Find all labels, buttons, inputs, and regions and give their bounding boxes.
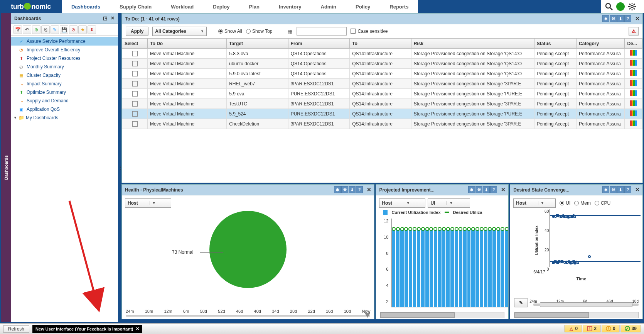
refresh-button[interactable]: Refresh <box>3 325 29 333</box>
col-to[interactable]: To <box>350 39 411 49</box>
row-checkbox[interactable] <box>132 61 138 66</box>
settings-gear-icon[interactable] <box>628 2 636 11</box>
desired-host-select[interactable]: Host▼ <box>513 198 556 208</box>
status-badge[interactable]: ✓39 <box>620 325 641 332</box>
toolbar-add-button[interactable]: ⊕ <box>32 25 40 34</box>
projected-ui-select[interactable]: UI▼ <box>428 198 470 208</box>
panel-close-icon[interactable]: ✕ <box>634 15 641 22</box>
row-checkbox[interactable] <box>132 51 138 56</box>
nav-tab-supply-chain[interactable]: Supply Chain <box>110 0 161 13</box>
feedback-banner[interactable]: New User Interface (Your Feedback is Imp… <box>32 325 142 333</box>
table-row[interactable]: Move Virtual Machine5.9_524PURE:ESXDC12D… <box>122 109 642 119</box>
details-icon[interactable] <box>630 120 637 126</box>
nav-tab-plan[interactable]: Plan <box>239 0 269 13</box>
desired-hscroll[interactable] <box>514 312 639 318</box>
col-de-[interactable]: De... <box>625 39 642 49</box>
col-status[interactable]: Status <box>534 39 576 49</box>
panel-help-icon[interactable]: ? <box>490 186 497 193</box>
toolbar-favorite-button[interactable]: ★ <box>78 25 87 34</box>
panel-close-icon[interactable]: ✕ <box>366 186 373 193</box>
search-icon[interactable] <box>605 2 613 11</box>
panel-help-icon[interactable]: ? <box>356 186 363 193</box>
panel-download-icon[interactable]: ⬇ <box>617 15 624 22</box>
desired-mem-radio[interactable]: Mem <box>574 200 591 206</box>
projected-host-select[interactable]: Host▼ <box>379 198 425 208</box>
show-top-radio[interactable]: Show Top <box>246 29 272 34</box>
categories-select[interactable]: All Categories▼ <box>152 27 207 36</box>
status-badge[interactable]: !0 <box>602 325 620 332</box>
details-icon[interactable] <box>630 80 637 86</box>
health-host-select[interactable]: Host▼ <box>125 198 171 208</box>
sidebar-item-application-qos[interactable]: ▣Application QoS <box>11 105 118 114</box>
row-checkbox[interactable] <box>132 121 138 127</box>
filter-input[interactable] <box>297 27 347 36</box>
nav-tab-workload[interactable]: Workload <box>161 0 203 13</box>
case-sensitive-checkbox[interactable]: Case sensitive <box>351 29 388 34</box>
status-indicator-icon[interactable] <box>616 2 625 11</box>
nav-tab-policy[interactable]: Policy <box>346 0 380 13</box>
details-icon[interactable] <box>630 70 637 76</box>
sidebar-detach-icon[interactable]: ◳ <box>102 15 108 21</box>
banner-close-icon[interactable]: ✕ <box>136 326 139 331</box>
left-edge-tab[interactable]: Dashboards <box>1 13 11 322</box>
warning-button[interactable]: ⚠ <box>629 27 639 36</box>
nav-tab-dashboards[interactable]: Dashboards <box>62 0 110 13</box>
apply-button[interactable]: Apply <box>126 27 148 36</box>
details-icon[interactable] <box>630 110 637 116</box>
row-checkbox[interactable] <box>132 71 138 76</box>
panel-help-icon[interactable]: ? <box>624 186 631 193</box>
sidebar-item-supply-and-demand[interactable]: ⬎Supply and Demand <box>11 97 118 105</box>
sidebar-folder-my-dashboards[interactable]: ▼📁My Dashboards <box>11 114 118 122</box>
panel-help-icon[interactable]: ? <box>624 15 631 22</box>
sidebar-close-icon[interactable]: ✕ <box>110 15 116 21</box>
date-picker-icon[interactable]: ▦ <box>288 28 293 34</box>
col-to-do[interactable]: To Do <box>148 39 227 49</box>
table-row[interactable]: Move Virtual MachineCheckDeletion3PAR:ES… <box>122 119 642 129</box>
desired-cpu-radio[interactable]: CPU <box>595 200 610 206</box>
desired-edit-button[interactable]: ✎ <box>514 298 528 307</box>
table-row[interactable]: Move Virtual Machineubuntu dockerQS14:Op… <box>122 59 642 69</box>
toolbar-save-button[interactable]: 💾 <box>60 25 68 34</box>
details-icon[interactable] <box>630 50 637 56</box>
col-select[interactable]: Select <box>122 39 148 49</box>
panel-gear-icon[interactable]: ✱ <box>468 186 475 193</box>
nav-tab-reports[interactable]: Reports <box>380 0 418 13</box>
panel-wrench-icon[interactable]: ⚒ <box>475 186 482 193</box>
panel-wrench-icon[interactable]: ⚒ <box>610 15 617 22</box>
panel-gear-icon[interactable]: ✱ <box>602 15 609 22</box>
timeline-thumb[interactable] <box>365 313 370 318</box>
col-target[interactable]: Target <box>227 39 288 49</box>
table-row[interactable]: Move Virtual Machine5.8.3 ovaQS14:Operat… <box>122 49 642 59</box>
panel-gear-icon[interactable]: ✱ <box>602 186 609 193</box>
row-checkbox[interactable] <box>132 91 138 97</box>
details-icon[interactable] <box>630 60 637 66</box>
panel-download-icon[interactable]: ⬇ <box>617 186 624 193</box>
status-badge[interactable]: △0 <box>564 325 582 332</box>
status-badge[interactable]: !2 <box>583 325 601 332</box>
sidebar-item-impact-summary[interactable]: ⬎Impact Summary <box>11 80 118 88</box>
panel-download-icon[interactable]: ⬇ <box>483 186 490 193</box>
nav-tab-deploy[interactable]: Deploy <box>203 0 239 13</box>
panel-download-icon[interactable]: ⬇ <box>349 186 356 193</box>
sidebar-item-cluster-capacity[interactable]: ▦Cluster Capacity <box>11 71 118 80</box>
col-from[interactable]: From <box>288 39 350 49</box>
table-row[interactable]: Move Virtual Machine5.9 ovaPURE:ESXDC12D… <box>122 89 642 99</box>
details-icon[interactable] <box>630 90 637 96</box>
col-risk[interactable]: Risk <box>411 39 534 49</box>
sidebar-item-assure-service-performance[interactable]: ✓Assure Service Performance <box>11 37 118 46</box>
table-row[interactable]: Move Virtual Machine5.9.0 ova latestQS14… <box>122 69 642 79</box>
row-checkbox[interactable] <box>132 81 138 86</box>
panel-close-icon[interactable]: ✕ <box>634 186 641 193</box>
sidebar-item-monthly-summary[interactable]: ◴Monthly Summary <box>11 63 118 71</box>
row-checkbox[interactable] <box>132 101 138 107</box>
sidebar-item-optimize-summary[interactable]: ⬍Optimize Summary <box>11 88 118 97</box>
toolbar-undo-button[interactable]: ↶ <box>23 25 31 34</box>
projected-hscroll[interactable] <box>380 312 504 318</box>
row-checkbox[interactable] <box>132 111 138 117</box>
sidebar-item-improve-overall-efficiency[interactable]: ◔Improve Overall Efficiency <box>11 46 118 54</box>
panel-wrench-icon[interactable]: ⚒ <box>610 186 617 193</box>
toolbar-calendar-button[interactable]: 📅 <box>13 25 22 34</box>
desired-time-slider[interactable] <box>533 303 639 306</box>
details-icon[interactable] <box>630 100 637 106</box>
toolbar-copy-button[interactable]: ⎘ <box>41 25 50 34</box>
